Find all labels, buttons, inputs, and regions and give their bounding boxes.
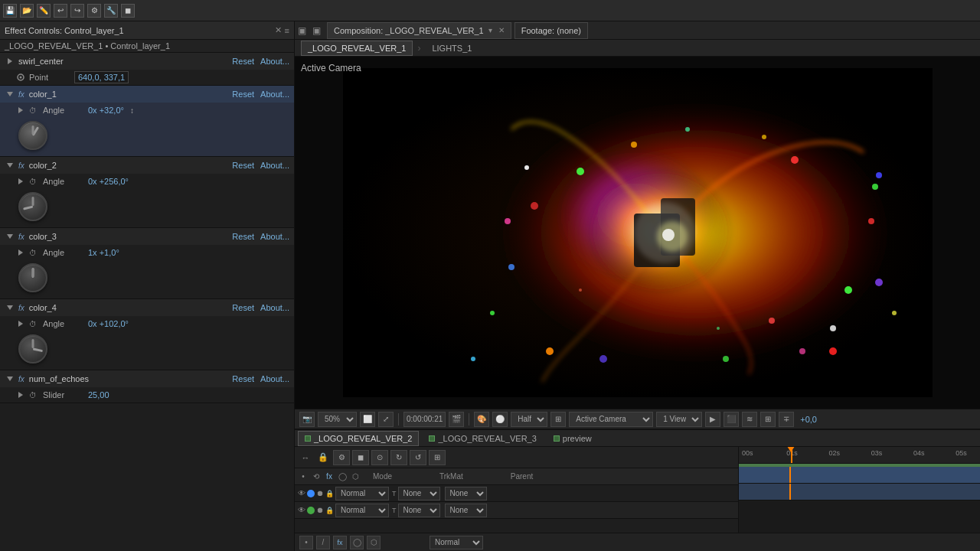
color-4-knob[interactable] xyxy=(18,334,47,364)
mode-select-1[interactable]: Normal xyxy=(335,487,389,500)
collapse-color-4[interactable] xyxy=(5,302,15,313)
effect-color-3-header[interactable]: fx color_3 Reset About... xyxy=(0,228,294,245)
num-echoes-reset[interactable]: Reset xyxy=(232,374,254,383)
close-icon[interactable]: ✕ xyxy=(275,25,282,35)
view-count-select[interactable]: 1 View xyxy=(656,412,702,427)
tool-icon-3[interactable]: ◼ xyxy=(121,4,135,18)
time-ruler[interactable]: 00s 01s 02s 03s 04s 05s xyxy=(739,447,980,464)
layer-tool-3[interactable]: ◯ xyxy=(337,471,348,482)
color-1-about[interactable]: About... xyxy=(260,90,289,99)
undo-icon[interactable]: ↩ xyxy=(54,4,67,18)
timeline-tab-preview[interactable]: preview xyxy=(547,431,599,446)
tl-tool-2[interactable]: ◼ xyxy=(352,450,369,465)
grid-btn[interactable]: ⊞ xyxy=(550,412,566,427)
color-1-knob[interactable] xyxy=(18,121,47,150)
bottom-tool-1[interactable]: • xyxy=(299,536,313,549)
num-echoes-about[interactable]: About... xyxy=(260,374,289,383)
layer-solo-2[interactable]: ⏺ xyxy=(316,506,324,514)
menu-icon[interactable]: ≡ xyxy=(285,26,289,35)
point-value[interactable]: 640,0, 337,1 xyxy=(74,71,129,83)
layer-tool-4[interactable]: ⬡ xyxy=(350,471,361,482)
mode-select-2[interactable]: Normal xyxy=(335,504,389,517)
color-3-about[interactable]: About... xyxy=(260,232,289,241)
layer-tool-fx[interactable]: fx xyxy=(324,471,335,482)
timeline-tab-1[interactable]: _LOGO_REVEAL_VER_2 xyxy=(298,431,419,446)
layer-lock-1[interactable]: 🔒 xyxy=(325,490,334,497)
capture-btn[interactable]: 🎬 xyxy=(449,412,464,427)
full-screen-btn[interactable]: ⤢ xyxy=(378,412,394,427)
snapshot-btn[interactable]: 📷 xyxy=(299,412,315,427)
bottom-mode-select[interactable]: Normal xyxy=(430,536,483,549)
parent-select-1[interactable]: None xyxy=(445,487,487,500)
view-tab-lights[interactable]: LIGHTS_1 xyxy=(425,41,479,56)
timeline-tab-2[interactable]: _LOGO_REVEAL_VER_3 xyxy=(422,431,543,446)
color-3-knob[interactable] xyxy=(18,263,47,292)
fit-btn[interactable]: ⬜ xyxy=(360,412,375,427)
bottom-tool-4[interactable]: ⬡ xyxy=(367,536,381,549)
color-3-angle-toggle[interactable] xyxy=(15,247,26,258)
comp-dropdown-icon[interactable]: ▾ xyxy=(488,26,492,34)
collapse-swirl-center[interactable] xyxy=(5,56,15,67)
stopwatch-icon-1[interactable]: ⏱ xyxy=(29,106,37,115)
tool-btn-2[interactable]: ⊞ xyxy=(760,412,776,427)
effect-color-2-header[interactable]: fx color_2 Reset About... xyxy=(0,157,294,174)
effect-num-of-echoes-header[interactable]: fx num_of_echoes Reset About... xyxy=(0,370,294,387)
tl-tool-6[interactable]: ⊞ xyxy=(429,450,446,465)
trkmat-select-2[interactable]: None xyxy=(398,504,440,517)
collapse-color-2[interactable] xyxy=(5,160,15,171)
work-area-btn[interactable]: ↔ xyxy=(298,451,313,465)
parent-select-2[interactable]: None xyxy=(445,504,487,517)
tl-tool-1[interactable]: ⚙ xyxy=(333,450,350,465)
save-icon[interactable]: 💾 xyxy=(3,4,17,18)
stopwatch-icon-2[interactable]: ⏱ xyxy=(29,178,37,186)
effect-color-1-header[interactable]: fx color_1 Reset About... xyxy=(0,86,294,103)
color-2-about[interactable]: About... xyxy=(260,161,289,170)
color-2-angle-value[interactable]: 0x +256,0° xyxy=(88,177,129,186)
bottom-fx-btn[interactable]: fx xyxy=(333,536,347,549)
layer-eye-2[interactable]: 👁 xyxy=(298,506,305,514)
layer-tool-2[interactable]: ⟲ xyxy=(311,471,322,482)
color-1-angle-value[interactable]: 0x +32,0° xyxy=(88,106,124,115)
open-icon[interactable]: 📂 xyxy=(20,4,34,18)
swirl-center-reset[interactable]: Reset xyxy=(232,57,254,66)
color-4-angle-toggle[interactable] xyxy=(15,318,26,329)
tool-icon-2[interactable]: 🔧 xyxy=(104,4,118,18)
tool-icon-1[interactable]: ✏️ xyxy=(37,4,51,18)
quality-select[interactable]: Half xyxy=(511,412,547,427)
layer-lock-2[interactable]: 🔒 xyxy=(325,507,334,514)
zoom-select[interactable]: 50% xyxy=(318,412,357,427)
slider-value[interactable]: 25,00 xyxy=(88,390,109,399)
bottom-tool-3[interactable]: ◯ xyxy=(350,536,364,549)
settings-icon[interactable]: ⚙ xyxy=(87,4,101,18)
color-4-reset[interactable]: Reset xyxy=(232,303,254,312)
redo-icon[interactable]: ↪ xyxy=(70,4,84,18)
tl-tool-4[interactable]: ↻ xyxy=(390,450,407,465)
color-4-about[interactable]: About... xyxy=(260,303,289,312)
camera-select[interactable]: Active Camera xyxy=(569,412,653,427)
color-1-reset[interactable]: Reset xyxy=(232,90,254,99)
num-echoes-slider-toggle[interactable] xyxy=(15,390,26,400)
alpha-btn[interactable]: ⚪ xyxy=(492,412,508,427)
layer-eye-1[interactable]: 👁 xyxy=(298,489,305,497)
trkmat-select-1[interactable]: None xyxy=(398,487,440,500)
view-tab-logo-reveal[interactable]: _LOGO_REVEAL_VER_1 xyxy=(301,41,413,56)
swirl-point-toggle[interactable] xyxy=(15,72,26,83)
render-btn[interactable]: ▶ xyxy=(705,412,720,427)
tl-tool-5[interactable]: ↺ xyxy=(410,450,426,465)
effect-controls-scroll[interactable]: swirl_center Reset About... Point 640,0,… xyxy=(0,53,294,551)
render-btn-2[interactable]: ⬛ xyxy=(724,412,739,427)
swirl-center-about[interactable]: About... xyxy=(260,57,289,66)
color-2-knob[interactable] xyxy=(18,192,47,221)
color-3-angle-value[interactable]: 1x +1,0° xyxy=(88,248,119,257)
3d-btn[interactable]: ∓ xyxy=(779,412,794,427)
collapse-color-3[interactable] xyxy=(5,231,15,242)
stopwatch-icon-4[interactable]: ⏱ xyxy=(29,320,37,328)
time-display[interactable]: 0:00:00:21 xyxy=(403,412,446,427)
color-3-reset[interactable]: Reset xyxy=(232,232,254,241)
comp-close-icon[interactable]: ✕ xyxy=(498,26,505,34)
layer-solo-1[interactable]: ⏺ xyxy=(316,489,324,497)
bottom-tool-2[interactable]: / xyxy=(316,536,330,549)
layer-tool-1[interactable]: • xyxy=(298,471,309,482)
lock-btn[interactable]: 🔒 xyxy=(315,451,331,465)
comp-tab-main[interactable]: Composition: _LOGO_REVEAL_VER_1 ▾ ✕ xyxy=(327,22,511,39)
